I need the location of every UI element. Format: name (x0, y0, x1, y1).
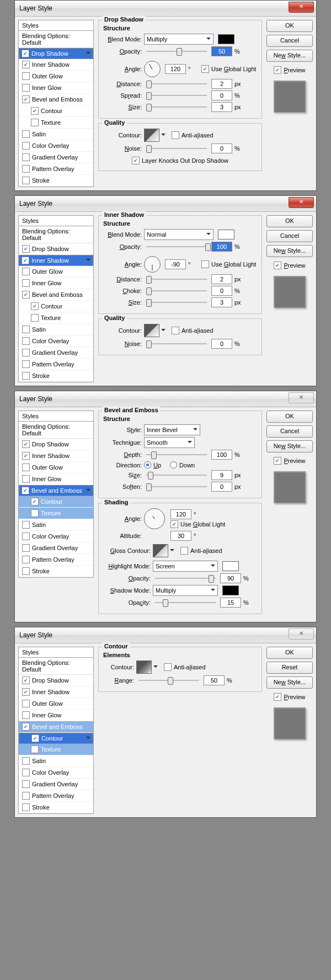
checkbox[interactable] (22, 544, 30, 552)
soften-input[interactable]: 0 (211, 482, 232, 492)
depth-input[interactable]: 100 (211, 450, 232, 460)
style-inner-glow[interactable]: Inner Glow (19, 278, 93, 289)
style-inner-glow[interactable]: Inner Glow (19, 82, 93, 94)
style-pattern-overlay[interactable]: Pattern Overlay (19, 359, 93, 370)
global-light-checkbox[interactable] (170, 520, 178, 528)
reset-button[interactable]: Reset (266, 662, 313, 674)
distance-input[interactable]: 2 (211, 79, 232, 89)
style-stroke[interactable]: Stroke (19, 802, 93, 813)
style-drop-shadow[interactable]: Drop Shadow (19, 243, 93, 255)
shadow-color-swatch[interactable] (222, 585, 239, 595)
distance-input[interactable]: 2 (211, 274, 232, 284)
style-pattern-overlay[interactable]: Pattern Overlay (19, 554, 93, 566)
antialiased-checkbox[interactable] (164, 663, 172, 671)
checkbox[interactable] (31, 119, 39, 126)
checkbox[interactable] (22, 245, 30, 253)
style-outer-glow[interactable]: Outer Glow (19, 266, 93, 278)
checkbox[interactable] (31, 745, 39, 753)
checkbox[interactable] (22, 452, 30, 460)
choke-input[interactable]: 0 (211, 286, 232, 296)
style-satin[interactable]: Satin (19, 324, 93, 335)
style-color-overlay[interactable]: Color Overlay (19, 140, 93, 152)
angle-dial[interactable] (144, 256, 161, 273)
ok-button[interactable]: OK (266, 215, 313, 227)
new-style-button[interactable]: New Style... (266, 245, 313, 257)
spread-slider[interactable] (146, 91, 207, 100)
checkbox[interactable] (22, 723, 30, 731)
style-texture[interactable]: Texture (19, 744, 93, 755)
antialiased-checkbox[interactable] (172, 131, 179, 139)
style-satin[interactable]: Satin (19, 755, 93, 767)
checkbox[interactable] (22, 688, 30, 696)
spread-input[interactable]: 0 (211, 90, 232, 100)
style-inner-glow[interactable]: Inner Glow (19, 473, 93, 485)
style-bevel-emboss[interactable]: Bevel and Emboss (19, 721, 93, 733)
checkbox[interactable] (22, 769, 30, 776)
range-slider[interactable] (138, 676, 199, 685)
checkbox[interactable] (22, 803, 30, 811)
preview-checkbox[interactable] (274, 66, 281, 74)
blending-options[interactable]: Blending Options: Default (19, 31, 93, 48)
style-contour[interactable]: Contour (19, 301, 93, 312)
style-texture[interactable]: Texture (19, 117, 93, 129)
angle-input[interactable]: 120 (165, 64, 186, 74)
distance-slider[interactable] (146, 79, 207, 88)
altitude-input[interactable]: 30 (170, 531, 191, 541)
checkbox[interactable] (22, 556, 30, 563)
checkbox[interactable] (22, 279, 30, 287)
checkbox[interactable] (31, 734, 39, 742)
style-satin[interactable]: Satin (19, 519, 93, 531)
choke-slider[interactable] (146, 286, 207, 295)
style-texture[interactable]: Texture (19, 312, 93, 324)
color-swatch[interactable] (218, 230, 234, 239)
style-color-overlay[interactable]: Color Overlay (19, 335, 93, 347)
shadow-opacity-input[interactable]: 15 (220, 598, 241, 608)
contour-picker[interactable] (136, 661, 152, 674)
style-drop-shadow[interactable]: Drop Shadow (19, 48, 93, 59)
style-outer-glow[interactable]: Outer Glow (19, 71, 93, 82)
style-select[interactable]: Inner Bevel (144, 424, 200, 435)
shadow-opacity-slider[interactable] (155, 598, 216, 607)
checkbox[interactable] (22, 567, 30, 575)
angle-input[interactable]: -90 (165, 259, 186, 269)
style-outer-glow[interactable]: Outer Glow (19, 698, 93, 710)
new-style-button[interactable]: New Style... (266, 440, 313, 452)
global-light-checkbox[interactable] (201, 260, 209, 268)
new-style-button[interactable]: New Style... (266, 677, 313, 689)
contour-picker[interactable] (144, 129, 159, 142)
style-drop-shadow[interactable]: Drop Shadow (19, 675, 93, 686)
preview-checkbox[interactable] (274, 457, 281, 465)
checkbox[interactable] (31, 107, 39, 115)
highlight-opacity-input[interactable]: 90 (220, 573, 241, 583)
checkbox[interactable] (22, 291, 30, 299)
noise-slider[interactable] (146, 144, 207, 153)
angle-input[interactable]: 120 (170, 509, 191, 519)
checkbox[interactable] (22, 372, 30, 380)
antialiased-checkbox[interactable] (180, 547, 188, 555)
style-color-overlay[interactable]: Color Overlay (19, 531, 93, 542)
checkbox[interactable] (22, 326, 30, 333)
size-slider[interactable] (146, 298, 207, 307)
size-slider[interactable] (146, 103, 207, 111)
technique-select[interactable]: Smooth (144, 437, 195, 448)
cancel-button[interactable]: Cancel (266, 425, 313, 438)
style-pattern-overlay[interactable]: Pattern Overlay (19, 163, 93, 175)
checkbox[interactable] (22, 72, 30, 80)
size-input[interactable]: 3 (211, 297, 232, 307)
style-inner-glow[interactable]: Inner Glow (19, 710, 93, 721)
contour-picker[interactable] (144, 324, 159, 337)
checkbox[interactable] (22, 257, 29, 264)
opacity-input[interactable]: 100 (211, 242, 232, 252)
checkbox[interactable] (22, 440, 30, 448)
noise-slider[interactable] (146, 339, 207, 348)
size-slider[interactable] (146, 471, 207, 480)
ok-button[interactable]: OK (266, 20, 313, 32)
checkbox[interactable] (31, 509, 39, 517)
checkbox[interactable] (22, 50, 29, 57)
style-outer-glow[interactable]: Outer Glow (19, 462, 93, 473)
checkbox[interactable] (22, 677, 30, 684)
style-drop-shadow[interactable]: Drop Shadow (19, 439, 93, 450)
size-input[interactable]: 9 (211, 470, 232, 480)
ok-button[interactable]: OK (266, 411, 313, 423)
checkbox[interactable] (22, 61, 30, 68)
